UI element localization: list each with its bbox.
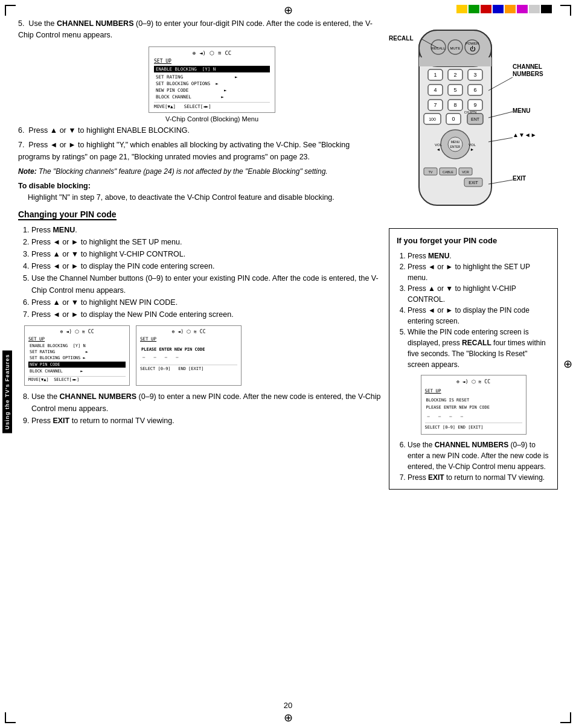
channel-numbers-bold: CHANNEL NUMBERS	[57, 19, 134, 28]
pin-steps-list: Press MENU. Press ◄ or ► to highlight th…	[18, 224, 382, 321]
page-number: 20	[18, 701, 558, 710]
svg-text:◄: ◄	[437, 147, 441, 152]
svg-text:⏻: ⏻	[470, 46, 476, 52]
color-swatch-gray	[529, 5, 540, 13]
svg-rect-2	[419, 57, 491, 66]
sidebar-tab-text: Using the TV's Features	[4, 354, 10, 429]
svg-text:POWER: POWER	[466, 42, 479, 45]
svg-text:5: 5	[453, 87, 456, 93]
label-exit: EXIT	[513, 175, 526, 182]
color-swatch-purple	[517, 5, 528, 13]
screen-highlighted-1: ENABLE BLOCKING [Y] N	[154, 66, 270, 72]
screens-row: ⊕◄)⬡≋CC SET UP ENABLE BLOCKING [Y] N SET…	[24, 325, 382, 386]
screen-item: NEW PIN CODE ►	[154, 87, 270, 94]
forget-step-2: Press ◄ or ► to highlight the SET UP men…	[408, 261, 550, 283]
step7-text: 7. Press ◄ or ► to highlight "Y," which …	[18, 139, 382, 163]
svg-text:4: 4	[434, 87, 437, 93]
label-nav: ▲▼◄►	[513, 132, 537, 138]
disable-text: Highlight "N" in step 7, above, to deact…	[18, 192, 382, 203]
svg-text:VCR: VCR	[462, 170, 469, 174]
screen-title-1: SET UP	[154, 59, 270, 64]
color-swatch-yellow	[456, 5, 467, 13]
svg-text:VOL: VOL	[435, 143, 443, 147]
remote-svg: RECALL MUTE POWER ⏻ 1 2 3	[401, 18, 510, 217]
svg-text:RECALL: RECALL	[431, 46, 446, 50]
color-bar	[456, 5, 552, 13]
crosshair-top: ⊕	[284, 4, 293, 17]
forget-step-4: Press ◄ or ► to display the PIN code ent…	[408, 305, 550, 327]
svg-text:TV: TV	[428, 170, 432, 174]
corner-mark-tl	[5, 5, 16, 16]
pin-section: Changing your PIN code Press MENU. Press…	[18, 209, 382, 427]
forget-step-7: Press EXIT to return to normal TV viewin…	[408, 472, 550, 483]
sidebar-tab: Using the TV's Features	[2, 350, 12, 433]
color-swatch-red	[481, 5, 491, 13]
forget-steps-6-7: Use the CHANNEL NUMBERS (0–9) to enter a…	[397, 439, 550, 483]
svg-point-38	[448, 137, 462, 152]
pin-steps-8-9: Use the CHANNEL NUMBERS (0–9) to enter a…	[18, 391, 382, 427]
pin-step-2: Press ◄ or ► to highlight the SET UP men…	[31, 236, 382, 248]
corner-mark-bl	[5, 712, 16, 723]
svg-text:7: 7	[434, 102, 437, 108]
svg-text:0: 0	[452, 116, 455, 122]
pin-step-5: Use the Channel Number buttons (0–9) to …	[31, 272, 382, 296]
svg-text:9: 9	[473, 102, 476, 108]
svg-text:1: 1	[434, 72, 437, 78]
svg-text:3: 3	[473, 72, 476, 78]
svg-text:►: ►	[470, 147, 475, 152]
screen-nav-1: MOVE[▼▲] SELECT[◄►]	[154, 102, 270, 109]
right-column: RECALL MUTE POWER ⏻ 1 2 3	[389, 18, 558, 697]
forget-pin-box: If you forget your PIN code Press MENU. …	[389, 228, 558, 490]
label-menu: MENU	[513, 107, 530, 114]
svg-text:2: 2	[453, 72, 456, 78]
step6-text: 6. Press ▲ or ▼ to highlight ENABLE BLOC…	[18, 125, 382, 136]
crosshair-bottom: ⊕	[284, 711, 293, 724]
svg-text:VOL: VOL	[469, 143, 476, 147]
screen-a: ⊕◄)⬡≋CC SET UP ENABLE BLOCKING [Y] N SET…	[24, 325, 130, 386]
screen-b: ⊕◄)⬡≋CC SET UP PLEASE ENTER NEW PIN CODE…	[136, 325, 242, 386]
corner-mark-tr	[560, 5, 571, 16]
pin-section-heading: Changing your PIN code	[18, 209, 117, 220]
svg-text:8: 8	[453, 102, 456, 108]
pin-step-8: Use the CHANNEL NUMBERS (0–9) to enter a…	[31, 391, 382, 415]
crosshair-right: ⊕	[563, 357, 572, 371]
remote-area: RECALL MUTE POWER ⏻ 1 2 3	[389, 18, 558, 223]
forget-pin-steps: Press MENU. Press ◄ or ► to highlight th…	[397, 251, 550, 370]
color-swatch-green	[469, 5, 479, 13]
svg-text:100: 100	[429, 117, 436, 121]
forget-pin-title: If you forget your PIN code	[397, 235, 550, 247]
color-swatch-black	[541, 5, 552, 13]
forget-step-5: While the PIN code entering screen is di…	[408, 327, 550, 370]
label-recall: RECALL	[389, 35, 414, 42]
pin-step-4: Press ◄ or ► to display the PIN code ent…	[31, 260, 382, 272]
screen-item: SET BLOCKING OPTIONS ►	[154, 80, 270, 87]
label-channel-numbers: CHANNELNUMBERS	[513, 63, 543, 78]
screen-reset: ⊕◄)⬡≋CC SET UP BLOCKING IS RESET PLEASE …	[421, 375, 526, 435]
pin-step-9: Press EXIT to return to normal TV viewin…	[31, 415, 382, 427]
svg-text:CABLE: CABLE	[443, 170, 453, 174]
svg-text:ENTER: ENTER	[450, 145, 461, 148]
screen-item: SET RATING ►	[154, 74, 270, 80]
svg-text:MUTE: MUTE	[450, 46, 461, 50]
svg-text:6: 6	[473, 87, 476, 93]
disable-heading: To disable blocking:	[18, 182, 382, 190]
svg-text:EXIT: EXIT	[469, 180, 478, 185]
vchip-menu-top: ⊕◄)⬡≋CC SET UP ENABLE BLOCKING [Y] N SET…	[42, 46, 382, 123]
screen-item: BLOCK CHANNEL ►	[154, 94, 270, 100]
forget-step-6: Use the CHANNEL NUMBERS (0–9) to enter a…	[408, 439, 550, 472]
pin-step-3: Press ▲ or ▼ to highlight V-CHIP CONTROL…	[31, 248, 382, 260]
svg-text:MENU: MENU	[451, 140, 460, 144]
corner-mark-br	[560, 712, 571, 723]
pin-step-1: Press MENU.	[31, 224, 382, 236]
pin-step-6: Press ▲ or ▼ to highlight NEW PIN CODE.	[31, 296, 382, 308]
forget-step-1: Press MENU.	[408, 251, 550, 261]
color-swatch-blue	[493, 5, 504, 13]
forget-step-3: Press ▲ or ▼ to highlight V-CHIP CONTROL…	[408, 283, 550, 305]
svg-text:ENT: ENT	[471, 117, 480, 121]
vchip-menu-caption: V-Chip Control (Blocking) Menu	[165, 115, 258, 123]
step5-text: 5. Use the CHANNEL NUMBERS (0–9) to ente…	[18, 18, 382, 42]
color-swatch-orange	[505, 5, 516, 13]
pin-step-7: Press ◄ or ► to display the New PIN Code…	[31, 308, 382, 321]
svg-text:CH.RTN: CH.RTN	[464, 110, 477, 114]
note-label: Note:	[18, 167, 37, 176]
